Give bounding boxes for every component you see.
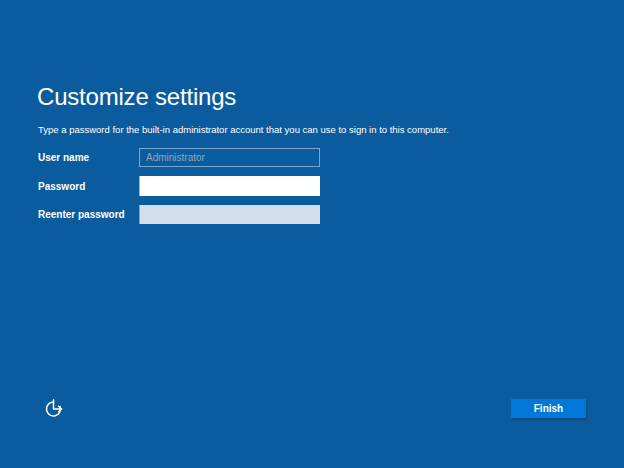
password-row: Password — [38, 176, 320, 196]
username-label: User name — [38, 152, 139, 163]
finish-button[interactable]: Finish — [511, 399, 586, 418]
oobe-customize-settings-screen: Customize settings Type a password for t… — [0, 0, 624, 468]
ease-of-access-icon — [43, 398, 65, 420]
password-input[interactable] — [139, 176, 320, 196]
reenter-password-input[interactable] — [139, 205, 320, 224]
reenter-password-row: Reenter password — [38, 205, 320, 224]
instruction-text: Type a password for the built-in adminis… — [38, 124, 449, 136]
username-row: User name — [38, 148, 320, 167]
page-title: Customize settings — [37, 84, 236, 110]
password-label: Password — [38, 181, 139, 192]
username-input[interactable] — [139, 148, 320, 167]
ease-of-access-button[interactable] — [40, 395, 68, 423]
reenter-password-label: Reenter password — [38, 209, 139, 220]
admin-account-form: User name Password Reenter password — [38, 148, 320, 233]
